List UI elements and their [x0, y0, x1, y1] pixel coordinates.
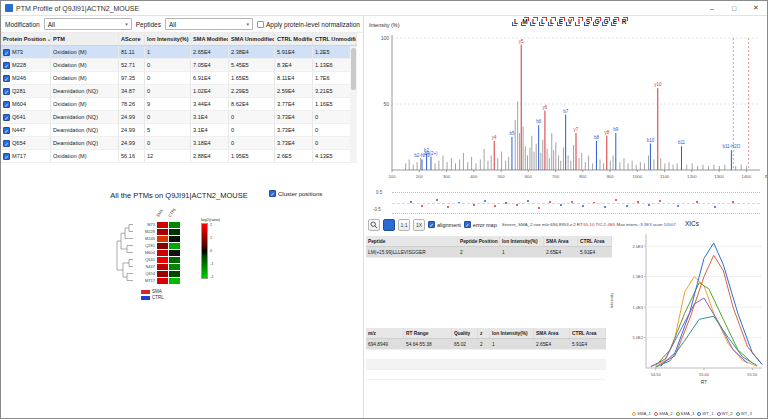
table-row[interactable]: ✓M228Oxidation (M)52.7107.05E45.45E58.3E… [1, 59, 357, 72]
spectrum-plot[interactable]: 1005010020030040050060070080090010001100… [364, 30, 768, 190]
column-header[interactable]: m/z [366, 328, 404, 338]
select-mode-button[interactable] [383, 219, 395, 231]
column-header[interactable]: Ion Intensity(%) [500, 236, 544, 246]
column-header[interactable]: Peptide [366, 236, 458, 246]
column-header[interactable]: CTRL Area [570, 328, 606, 338]
heatmap-cell-sma[interactable] [157, 250, 168, 256]
legend-item[interactable]: WT_1 [697, 411, 713, 416]
table-row[interactable]: ✓M73Oxidation (M)81.1112.65E42.38E45.91E… [1, 46, 357, 59]
column-header[interactable]: Peptide Position [458, 236, 500, 246]
cell: 0 [145, 85, 191, 97]
cell: 2 [458, 247, 500, 257]
close-button[interactable]: ✕ [745, 1, 767, 15]
svg-text:b6: b6 [536, 119, 542, 124]
heatmap-cell-sma[interactable] [157, 243, 168, 249]
table-row[interactable]: ✓M246Oxidation (M)97.3506.91E41.65E58.11… [1, 72, 357, 85]
table-row[interactable]: ✓M717Oxidation (M)56.16122.88E41.95E52.6… [1, 150, 357, 163]
heatmap-cell-ctrl[interactable] [169, 243, 180, 249]
column-header[interactable]: CTRL Unmodified [313, 33, 357, 45]
column-header[interactable]: Protein Position▲ [1, 33, 51, 45]
column-header[interactable]: Ion Intensity(%) [490, 328, 534, 338]
column-header[interactable]: PTM [51, 33, 119, 45]
sequence-residue: R [620, 18, 628, 25]
error-map-checkbox[interactable]: ✓ [464, 221, 471, 228]
xic-plot[interactable]: 2.0E31.5E31.0E35.0E254.5055.0055.50RT [616, 228, 768, 398]
heatmap-cell-ctrl[interactable] [169, 278, 180, 284]
cell: Deamidation (NQ) [51, 124, 119, 136]
row-checkbox[interactable]: ✓ [3, 62, 10, 69]
column-header[interactable]: SMA Modified [191, 33, 229, 45]
scrollbar-thumb[interactable] [351, 48, 356, 90]
heatmap-cell-ctrl[interactable] [169, 236, 180, 242]
zoom-button[interactable] [368, 219, 380, 231]
heatmap-cell-ctrl[interactable] [169, 222, 180, 228]
cluster-positions-checkbox[interactable]: ✓ [269, 190, 276, 197]
row-checkbox[interactable]: ✓ [3, 153, 10, 160]
column-header[interactable]: Ion Intensity(%) [145, 33, 191, 45]
error-point [527, 200, 529, 202]
cell: ✓M73 [1, 46, 51, 58]
row-checkbox[interactable]: ✓ [3, 114, 10, 121]
column-header[interactable]: SMA Unmodified [229, 33, 275, 45]
heatmap-cell-ctrl[interactable] [169, 229, 180, 235]
heatmap-cell-sma[interactable] [157, 229, 168, 235]
column-header[interactable]: Quality [452, 328, 478, 338]
table-row[interactable]: ✓Q654Deamidation (NQ)24.9903.18E403.73E4… [1, 137, 357, 150]
legend-item[interactable]: WT_2 [717, 411, 733, 416]
alignment-checkbox[interactable]: ✓ [428, 221, 435, 228]
reset-zoom-button[interactable]: 1:1 [398, 219, 410, 231]
legend-item[interactable]: WT_3 [736, 411, 752, 416]
legend-item[interactable]: SMA_3 [676, 411, 695, 416]
cell: 1 [490, 339, 534, 349]
column-header[interactable]: SMA Area [534, 328, 570, 338]
modification-select[interactable]: All ▾ [44, 18, 132, 30]
legend-item: CTRL [141, 295, 164, 300]
heatmap-cell-sma[interactable] [157, 257, 168, 263]
table-row[interactable]: ✓N447Deamidation (NQ)24.9953.1E403.73E40 [1, 124, 357, 137]
svg-text:700: 700 [552, 174, 560, 179]
error-map[interactable] [392, 192, 760, 214]
normalization-checkbox[interactable] [257, 21, 264, 28]
heatmap-col-label-ctrl: CTRL [167, 207, 177, 218]
svg-text:800: 800 [579, 174, 587, 179]
heatmap-cell-ctrl[interactable] [169, 271, 180, 277]
table-row[interactable]: ✓Q281Deamidation (NQ)34.8701.02E42.29E52… [1, 85, 357, 98]
heatmap-cell-sma[interactable] [157, 236, 168, 242]
table-row[interactable]: ✓Q641Deamidation (NQ)24.9903.1E403.73E40 [1, 111, 357, 124]
table-row[interactable]: LM(+15.99)LLLEVISGGER212.65E45.91E4 [366, 247, 612, 258]
heatmap-cell-sma[interactable] [157, 278, 168, 284]
heatmap-cell-sma[interactable] [157, 264, 168, 270]
table-row[interactable]: 694.894954.64-55.3865.02212.65E45.91E4 [366, 339, 606, 350]
legend-item[interactable]: SMA_2 [654, 411, 673, 416]
column-header[interactable]: SMA Area [544, 236, 578, 246]
scale-x-button[interactable]: 1X [413, 219, 425, 231]
column-header[interactable]: CTRL Modified [275, 33, 313, 45]
heatmap-cell-ctrl[interactable] [169, 264, 180, 270]
legend-label: SMA_3 [681, 411, 695, 416]
heatmap-cell-sma[interactable] [157, 222, 168, 228]
row-checkbox[interactable]: ✓ [3, 101, 10, 108]
scrollbar[interactable] [350, 46, 357, 163]
cell: 54.64-55.38 [404, 339, 452, 349]
heatmap-cell-sma[interactable] [157, 271, 168, 277]
minimize-button[interactable]: – [701, 1, 723, 15]
table-row[interactable]: ✓M604Oxidation (M)78.2693.44E48.62E43.77… [1, 98, 357, 111]
heatmap-cell-ctrl[interactable] [169, 257, 180, 263]
heatmap-cell-ctrl[interactable] [169, 250, 180, 256]
row-checkbox[interactable]: ✓ [3, 140, 10, 147]
maximize-button[interactable]: □ [723, 1, 745, 15]
peptides-select[interactable]: All ▾ [165, 18, 253, 30]
column-header[interactable]: RT Range [404, 328, 452, 338]
column-header[interactable]: z [478, 328, 490, 338]
row-checkbox[interactable]: ✓ [3, 127, 10, 134]
scale-tick-label: -1 [210, 262, 213, 266]
column-header[interactable]: CTRL Area [578, 236, 612, 246]
row-checkbox[interactable]: ✓ [3, 88, 10, 95]
legend-item[interactable]: SMA_1 [632, 411, 651, 416]
cell: Oxidation (M) [51, 98, 119, 110]
cell: 1.02E4 [191, 85, 229, 97]
row-checkbox[interactable]: ✓ [3, 75, 10, 82]
cell: 2.59E4 [275, 85, 313, 97]
row-checkbox[interactable]: ✓ [3, 49, 10, 56]
column-header[interactable]: AScore [119, 33, 145, 45]
